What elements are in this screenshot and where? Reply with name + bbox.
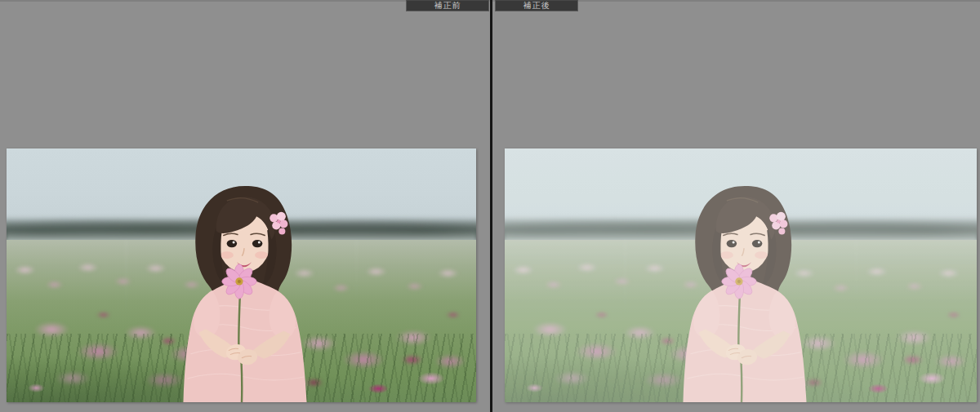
sleeve-right <box>768 291 795 339</box>
after-label: 補正後 <box>495 0 578 11</box>
sleeve-right <box>270 291 296 339</box>
dress <box>184 277 307 402</box>
eye-right <box>751 240 761 247</box>
woman-subject <box>662 181 827 402</box>
pane-divider <box>490 0 492 412</box>
after-photo[interactable] <box>505 148 977 402</box>
held-flower <box>222 264 256 299</box>
woman-subject <box>163 181 327 402</box>
held-flower <box>721 264 755 299</box>
before-after-compare-view: 補正前 補正後 <box>0 0 980 412</box>
eye-right <box>252 240 262 247</box>
after-label-text: 補正後 <box>523 1 550 10</box>
before-label: 補正前 <box>406 0 489 11</box>
before-photo[interactable] <box>7 148 476 402</box>
before-label-text: 補正前 <box>434 1 461 10</box>
dress <box>683 277 806 402</box>
eye-left <box>227 240 237 247</box>
eye-left <box>726 240 736 247</box>
